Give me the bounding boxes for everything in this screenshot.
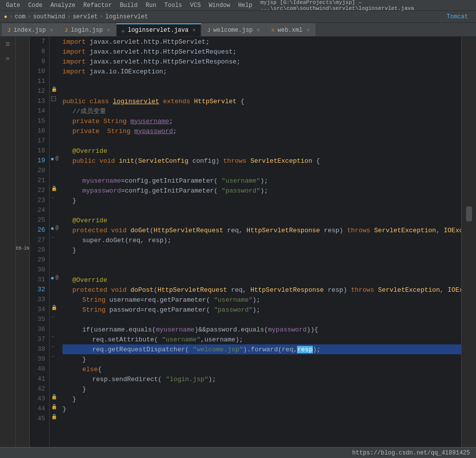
breadcrumb-servlet[interactable]: servlet xyxy=(73,13,98,20)
tab-label-loginservlet-java: loginservlet.java xyxy=(128,27,188,34)
fold-38[interactable]: − xyxy=(51,315,54,320)
project-panel-labels: EB-IN , web ndex.js gin.js lcom( b.iml L… xyxy=(16,37,30,458)
lock-31: 🔒 xyxy=(51,305,57,311)
gutter-at-26: @ xyxy=(56,225,59,231)
fold-13[interactable]: − xyxy=(51,96,56,101)
code-line-21: myusername=config.getInitParameter( "use… xyxy=(62,176,461,186)
code-line-25: @Override xyxy=(62,215,461,225)
code-line-31: @Override xyxy=(62,275,461,285)
lock-10: 🔒 xyxy=(51,86,57,92)
code-line-12 xyxy=(62,86,461,96)
main-layout: ≡ » EB-IN , web ndex.js gin.js lcom( b.i… xyxy=(0,37,476,458)
breadcrumb-southwind[interactable]: southwind xyxy=(33,13,65,20)
tab-welcome-jsp[interactable]: J welcome.jsp × xyxy=(202,23,265,36)
tab-label-login-jsp: login.jsp xyxy=(71,27,103,34)
tab-close-web-xml[interactable]: × xyxy=(306,27,310,33)
breadcrumb-loginservlet[interactable]: loginservlet xyxy=(105,13,148,20)
menu-run[interactable]: Run xyxy=(142,0,161,10)
code-line-38: req.getRequestDispatcher( "welcome.jsp")… xyxy=(62,344,461,354)
xml-icon: X xyxy=(271,27,275,33)
breadcrumb: ● › com › southwind › servlet › loginser… xyxy=(0,11,476,23)
menu-help[interactable]: Help xyxy=(234,0,256,10)
fold-23[interactable]: − xyxy=(51,196,54,201)
code-line-36: if(username.equals(myusername)&&password… xyxy=(62,325,461,334)
gutter-at-31: @ xyxy=(56,275,59,280)
tomcat-button[interactable]: Tomcat xyxy=(447,13,468,20)
window-title-path: myjsp [G:\IdeaProjects\myjsp] – ...\src\… xyxy=(260,0,474,11)
code-line-35 xyxy=(62,315,461,325)
code-line-43: } xyxy=(62,394,461,404)
menu-window[interactable]: Window xyxy=(205,0,234,10)
menu-analyze[interactable]: Analyze xyxy=(47,0,79,10)
tab-loginservlet-java[interactable]: ☕ loginservlet.java × xyxy=(116,23,201,36)
fold-41[interactable]: − xyxy=(51,344,54,350)
code-line-29 xyxy=(62,255,461,265)
tab-label-welcome-jsp: welcome.jsp xyxy=(213,27,252,34)
editor-area: 7 8 9 10 11 12 13 14 15 16 17 18 19 20 2… xyxy=(30,37,461,458)
breakpoint-19[interactable]: ● xyxy=(51,156,54,163)
code-line-37: req.setAttribute( "username",username); xyxy=(62,334,461,344)
scrollbar-thumb[interactable] xyxy=(466,206,472,221)
java-icon: ☕ xyxy=(121,27,125,34)
breakpoint-26[interactable]: ● xyxy=(51,225,54,232)
sidebar-structure-btn[interactable]: ≡ xyxy=(2,39,14,51)
right-panel xyxy=(461,37,476,458)
jsp-icon-2: J xyxy=(64,27,68,33)
code-line-27: super.doGet(req, resp); xyxy=(62,235,461,245)
code-line-17 xyxy=(62,136,461,146)
code-line-39: } xyxy=(62,354,461,364)
code-line-28: } xyxy=(62,245,461,255)
code-line-19: public void init(ServletConfig config) t… xyxy=(62,156,461,166)
menu-vcs[interactable]: VCS xyxy=(186,0,205,10)
code-line-10: import java.io.IOException; xyxy=(62,66,461,76)
menu-code[interactable]: Code xyxy=(24,0,47,10)
code-line-32: protected void doPost(HttpServletRequest… xyxy=(62,285,461,295)
menu-bar: Gate Code Analyze Refactor Build Run Too… xyxy=(0,0,476,11)
tab-login-jsp[interactable]: J login.jsp × xyxy=(59,23,116,36)
code-line-18: @Override xyxy=(62,146,461,156)
code-line-11 xyxy=(62,76,461,86)
menu-refactor[interactable]: Refactor xyxy=(79,0,116,10)
line-numbers: 7 8 9 10 11 12 13 14 15 16 17 18 19 20 2… xyxy=(30,37,50,458)
menu-tools[interactable]: Tools xyxy=(160,0,186,10)
tabs-bar: J index.jsp × J login.jsp × ☕ loginservl… xyxy=(0,23,476,37)
code-content[interactable]: import javax.servlet.http.HttpServlet; i… xyxy=(59,37,461,458)
breakpoint-31[interactable]: ● xyxy=(51,275,54,282)
code-line-34: String password=req.getParameter( "passw… xyxy=(62,305,461,315)
jsp-icon-3: J xyxy=(207,27,211,33)
menu-build[interactable]: Build xyxy=(116,0,142,10)
fold-42[interactable]: − xyxy=(51,354,54,360)
status-url: https://blog.csdn.net/qq_41891425 xyxy=(352,450,470,457)
code-line-33: String username=req.getParameter( "usern… xyxy=(62,295,461,305)
lock-39: 🔒 xyxy=(51,394,57,400)
tab-web-xml[interactable]: X web.xml × xyxy=(266,23,315,36)
code-line-44: } xyxy=(62,404,461,414)
tab-close-login-jsp[interactable]: × xyxy=(107,27,110,33)
lock-19: 🔒 xyxy=(51,186,57,192)
code-line-22: mypassword=config.getInitParameter( "pas… xyxy=(62,186,461,196)
code-line-14: //成员变量 xyxy=(62,106,461,116)
code-line-42: } xyxy=(62,384,461,394)
code-line-16: private String mypassword; xyxy=(62,126,461,136)
status-bar: https://blog.csdn.net/qq_41891425 xyxy=(0,447,476,458)
sidebar-chevron-left-btn[interactable]: » xyxy=(2,53,14,65)
fold-28[interactable]: − xyxy=(51,235,54,241)
code-line-26: protected void doGet(HttpServletRequest … xyxy=(62,225,461,235)
gutter: ● @ − − ● @ − ● @ − − − − 🔒 🔒 🔒 🔒 🔒 🔒 xyxy=(50,37,59,458)
code-line-7: import javax.servlet.http.HttpServlet; xyxy=(62,37,461,47)
code-line-9: import javax.servlet.http.HttpServletRes… xyxy=(62,57,461,66)
breadcrumb-com[interactable]: com xyxy=(15,13,26,20)
tab-label-web-xml: web.xml xyxy=(278,27,302,34)
label-eb-in: EB-IN xyxy=(16,246,29,251)
tab-index-jsp[interactable]: J index.jsp × xyxy=(2,23,59,36)
menu-gate[interactable]: Gate xyxy=(2,0,24,10)
code-line-15: private String myusername; xyxy=(62,116,461,126)
tab-close-index-jsp[interactable]: × xyxy=(50,27,53,33)
code-line-13: public class loginservlet extends HttpSe… xyxy=(62,96,461,106)
code-line-8: import javax.servlet.http.HttpServletReq… xyxy=(62,47,461,57)
tab-close-welcome-jsp[interactable]: × xyxy=(257,27,260,33)
code-line-23: } xyxy=(62,196,461,205)
tab-close-loginservlet-java[interactable]: × xyxy=(192,27,196,33)
jsp-icon-1: J xyxy=(7,27,11,33)
fold-40[interactable]: − xyxy=(51,334,54,340)
